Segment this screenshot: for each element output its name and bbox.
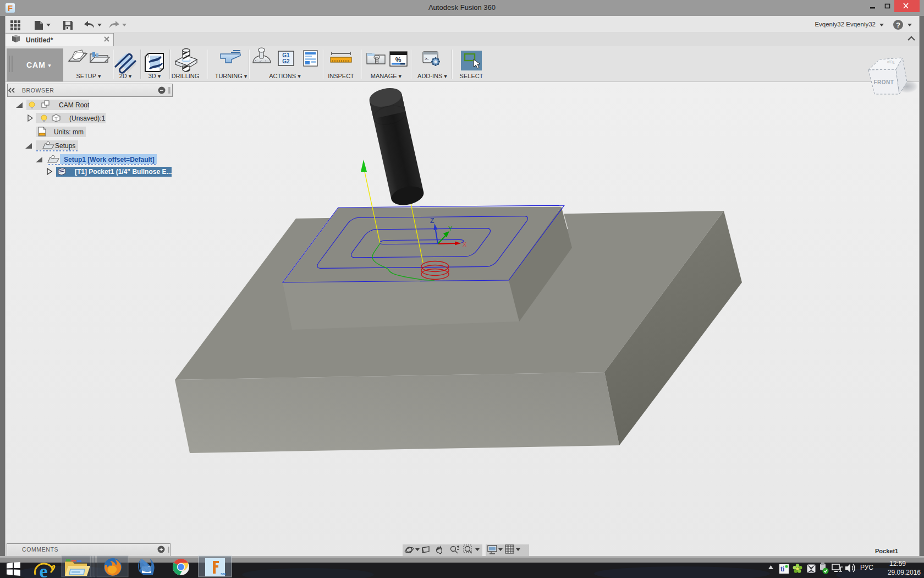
svg-text:Setups: Setups: [55, 142, 75, 150]
svg-text:12:59: 12:59: [889, 560, 906, 568]
svg-text:Units: mm: Units: mm: [54, 128, 84, 136]
svg-text:CAM Root: CAM Root: [59, 101, 90, 109]
svg-text:Setup1 [Work offset=Default]: Setup1 [Work offset=Default]: [64, 156, 155, 163]
svg-text:ti: ti: [780, 565, 784, 573]
svg-text:Z: Z: [430, 217, 434, 225]
svg-text:[T1] Pocket1 (1/4" Bullnose E.: [T1] Pocket1 (1/4" Bullnose E...: [75, 168, 172, 176]
svg-text:COMMENTS: COMMENTS: [22, 546, 58, 553]
svg-text:29.09.2016: 29.09.2016: [888, 569, 921, 576]
svg-text:РУС: РУС: [860, 564, 873, 571]
svg-text:Y: Y: [448, 225, 453, 232]
svg-text:360: 360: [221, 572, 227, 576]
svg-text:(Unsaved):1: (Unsaved):1: [69, 114, 106, 122]
svg-text:X: X: [463, 241, 467, 248]
svg-text:BROWSER: BROWSER: [22, 87, 54, 94]
svg-text:FRONT: FRONT: [874, 79, 894, 85]
